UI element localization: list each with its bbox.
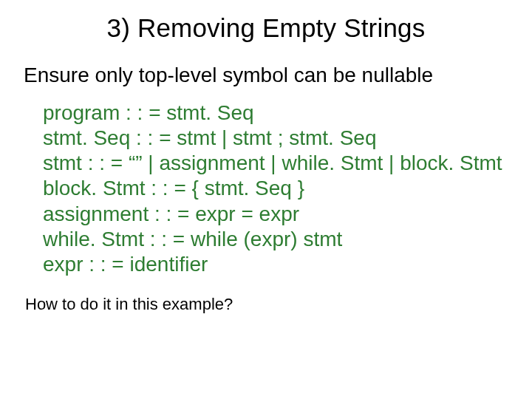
question-text: How to do it in this example? <box>25 295 510 314</box>
grammar-block: program : : = stmt. Seq stmt. Seq : : = … <box>43 100 510 277</box>
grammar-line: program : : = stmt. Seq <box>43 100 510 126</box>
grammar-line: stmt : : = “” | assignment | while. Stmt… <box>43 151 510 176</box>
grammar-line: stmt. Seq : : = stmt | stmt ; stmt. Seq <box>43 126 510 151</box>
grammar-line: assignment : : = expr = expr <box>43 202 510 227</box>
page-title: 3) Removing Empty Strings <box>22 13 510 43</box>
grammar-line: block. Stmt : : = { stmt. Seq } <box>43 176 510 201</box>
grammar-line: while. Stmt : : = while (expr) stmt <box>43 227 510 252</box>
grammar-line: expr : : = identifier <box>43 252 510 277</box>
slide: 3) Removing Empty Strings Ensure only to… <box>0 0 532 399</box>
subtitle: Ensure only top-level symbol can be null… <box>24 64 510 87</box>
